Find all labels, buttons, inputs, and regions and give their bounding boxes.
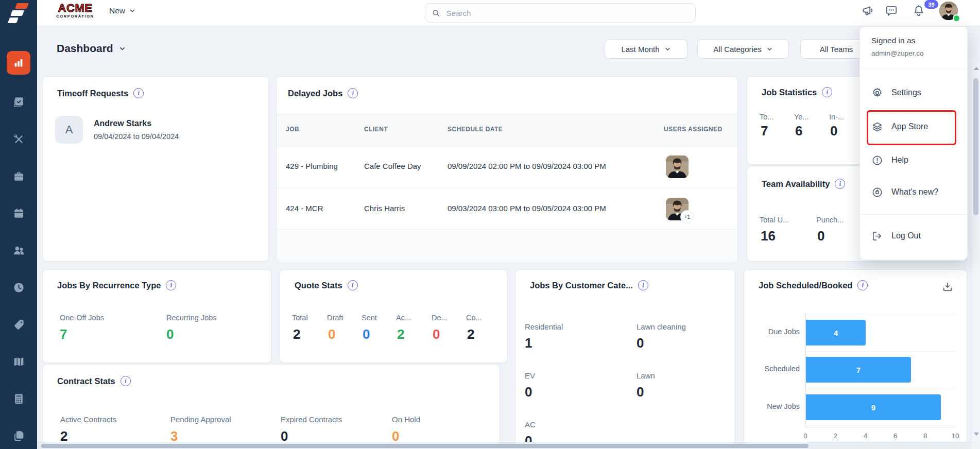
stat-value: 6	[795, 123, 802, 139]
date-range-filter[interactable]: Last Month	[605, 39, 687, 59]
online-status-dot	[953, 14, 960, 22]
stat-value: 7	[761, 123, 768, 139]
info-icon[interactable]: i	[835, 179, 845, 189]
stat-label: One-Off Jobs	[60, 314, 104, 322]
job-cell[interactable]: 429 - Plumbing	[286, 162, 338, 170]
contract-stats-card: Contract Stats i Active Contracts 2 Pend…	[42, 364, 500, 449]
column-header-schedule-date: SCHEDULE DATE	[448, 126, 503, 133]
chart-category-label: Due Jobs	[748, 327, 800, 336]
clock-icon	[12, 281, 25, 294]
stat-value: 0	[166, 326, 174, 342]
stat-value: 16	[761, 228, 776, 244]
sidebar-item-map[interactable]	[0, 349, 37, 374]
chart-category-label: New Jobs	[748, 402, 800, 410]
users-icon	[12, 244, 25, 257]
company-logo-text: ACME	[51, 2, 99, 14]
alert-circle-icon	[871, 154, 883, 166]
column-header-client: CLIENT	[364, 126, 388, 133]
chart-bar[interactable]: 9	[806, 394, 941, 420]
info-icon[interactable]: i	[348, 88, 358, 98]
info-icon[interactable]: i	[348, 280, 358, 290]
chat-bubble-icon	[885, 4, 898, 18]
menu-item-settings[interactable]: Settings	[860, 81, 967, 104]
card-title: Contract Stats	[57, 376, 115, 386]
chat-button[interactable]	[885, 4, 898, 18]
more-users-badge[interactable]: +1	[680, 210, 694, 223]
info-icon[interactable]: i	[133, 88, 144, 98]
stat-label: Ye...	[794, 113, 809, 121]
sidebar-item-jobs[interactable]	[0, 90, 37, 114]
table-row[interactable]: 429 - Plumbing Cafe Coffee Day 09/09/202…	[277, 146, 737, 188]
chevron-down-icon	[766, 46, 773, 53]
vertical-scrollbar[interactable]	[971, 61, 980, 442]
download-chart-button[interactable]	[942, 281, 953, 292]
page-title[interactable]: Dashboard	[57, 42, 126, 55]
chart-bar[interactable]: 7	[806, 357, 911, 383]
sidebar-item-tags[interactable]	[0, 312, 37, 337]
stat-label: Draft	[327, 314, 343, 322]
company-logo: ACME CORPORATION	[51, 2, 99, 19]
menu-item-help[interactable]: Help	[860, 149, 967, 171]
stat-label: Sent	[362, 314, 377, 322]
notifications-button[interactable]	[912, 4, 925, 18]
jobs-by-customer-category-card: Jobs By Customer Cate... i Residential 1…	[515, 269, 735, 449]
info-icon[interactable]: i	[121, 376, 131, 386]
profile-dropdown-menu: Signed in as admin@zuper.co Settings App…	[859, 26, 968, 260]
horizontal-scrollbar-thumb[interactable]	[41, 444, 809, 448]
stat-value: 2	[397, 326, 404, 342]
assigned-user-avatar[interactable]	[666, 156, 689, 178]
timeoff-user-name[interactable]: Andrew Starks	[94, 119, 151, 128]
stat-value: 2	[293, 326, 300, 342]
zuper-logo-icon[interactable]	[7, 1, 31, 25]
search-input[interactable]	[445, 8, 689, 18]
announcements-button[interactable]	[862, 4, 875, 18]
tools-icon	[12, 133, 25, 146]
categories-filter[interactable]: All Categories	[697, 39, 789, 59]
info-icon[interactable]: i	[638, 280, 648, 290]
layers-icon	[871, 121, 883, 133]
sidebar-item-teams[interactable]	[0, 238, 37, 263]
sidebar-item-dashboard[interactable]	[7, 51, 30, 75]
schedule-cell: 09/03/2024 03:00 PM to 09/05/2024 03:00 …	[448, 204, 606, 213]
megaphone-icon	[862, 4, 875, 18]
column-header-users-assigned: USERS ASSIGNED	[664, 126, 723, 133]
global-search[interactable]	[425, 3, 696, 23]
stat-label: Co...	[466, 314, 482, 322]
calculator-icon	[12, 392, 25, 405]
bar-chart-icon	[12, 57, 25, 69]
vertical-scrollbar-thumb[interactable]	[973, 78, 978, 215]
menu-item-app-store[interactable]: App Store	[860, 115, 967, 138]
stat-value: 0	[525, 384, 532, 400]
scroll-down-arrow[interactable]	[974, 433, 979, 436]
new-button[interactable]: New	[109, 6, 136, 15]
info-icon[interactable]: i	[166, 280, 176, 290]
sidebar-item-documents[interactable]	[0, 423, 37, 448]
sidebar-item-toolbox[interactable]	[0, 164, 37, 188]
card-title: Job Statistics	[762, 88, 817, 97]
info-icon[interactable]: i	[857, 280, 868, 290]
table-header: JOB CLIENT SCHEDULE DATE USERS ASSIGNED	[277, 114, 737, 147]
schedule-cell: 09/09/2024 02:00 PM to 09/09/2024 03:00 …	[448, 162, 606, 170]
stat-label: On Hold	[392, 415, 420, 424]
stat-value: 0	[637, 335, 644, 351]
horizontal-scrollbar[interactable]	[37, 442, 971, 449]
scroll-up-arrow[interactable]	[974, 67, 979, 70]
job-scheduled-booked-card: Job Scheduled/Booked i Due Jobs Schedule…	[744, 269, 967, 449]
sidebar-item-calendar[interactable]	[0, 201, 37, 226]
sidebar-item-service-tools[interactable]	[0, 127, 37, 151]
stat-value: 0	[637, 384, 644, 400]
signed-in-email: admin@zuper.co	[871, 49, 924, 57]
info-icon[interactable]: i	[822, 87, 832, 97]
x-axis-tick: 2	[833, 432, 837, 440]
job-cell[interactable]: 424 - MCR	[286, 204, 323, 213]
table-row[interactable]: 424 - MCR Chris Harris 09/03/2024 03:00 …	[277, 188, 737, 230]
chart-bar[interactable]: 4	[806, 320, 866, 346]
timeoff-requests-card: Timeoff Requests i A Andrew Starks 09/04…	[42, 76, 269, 262]
menu-item-log-out[interactable]: Log Out	[860, 224, 967, 247]
stat-label: Expired Contracts	[281, 415, 342, 424]
stat-label: Total	[292, 314, 308, 322]
menu-item-whats-new[interactable]: What's new?	[860, 181, 967, 203]
sidebar	[0, 0, 37, 449]
sidebar-item-invoices[interactable]	[0, 386, 37, 411]
sidebar-item-timesheets[interactable]	[0, 275, 37, 300]
